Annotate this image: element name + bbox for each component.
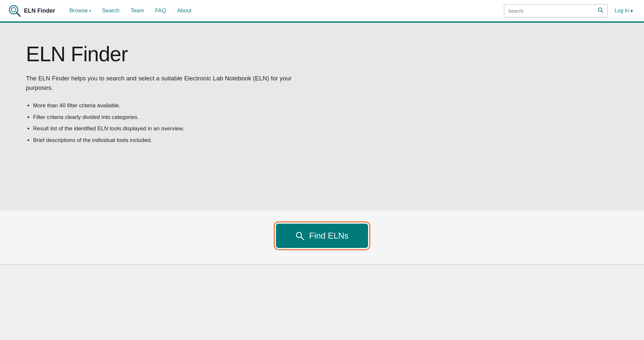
nav-browse[interactable]: Browse ▾: [65, 5, 96, 17]
cta-section: Find ELNs: [0, 211, 644, 264]
nav-about[interactable]: About: [173, 5, 196, 17]
hero-feature-list: More than 40 filter criteria available. …: [26, 101, 618, 144]
nav-team[interactable]: Team: [126, 5, 149, 17]
hero-title: ELN Finder: [26, 42, 618, 66]
nav-links: Browse ▾ Search Team FAQ About: [65, 5, 504, 17]
search-submit-button[interactable]: [594, 5, 607, 17]
svg-line-7: [301, 237, 304, 240]
browse-chevron-icon: ▾: [89, 9, 91, 13]
search-input[interactable]: [504, 6, 594, 16]
list-item: Result list of the identified ELN tools …: [33, 124, 618, 133]
footer-divider: [0, 264, 644, 265]
login-chevron-icon: ▾: [630, 8, 633, 14]
svg-point-3: [11, 8, 13, 9]
navbar-right: Log In ▾: [504, 4, 636, 18]
brand-icon: [8, 4, 21, 18]
list-item: Brief descriptions of the individual too…: [33, 136, 618, 145]
list-item: More than 40 filter criteria available.: [33, 101, 618, 110]
find-elns-button[interactable]: Find ELNs: [276, 224, 368, 248]
navbar: ELN Finder Browse ▾ Search Team FAQ Abou…: [0, 0, 644, 23]
nav-faq[interactable]: FAQ: [150, 5, 171, 17]
hero-subtitle: The ELN Finder helps you to search and s…: [26, 74, 305, 92]
find-elns-search-icon: [295, 231, 304, 240]
svg-line-2: [17, 13, 20, 16]
list-item: Filter criteria clearly divided into cat…: [33, 113, 618, 122]
svg-line-5: [601, 11, 603, 12]
search-box: [504, 4, 608, 18]
nav-search[interactable]: Search: [98, 5, 124, 17]
brand-name: ELN Finder: [24, 7, 55, 14]
hero-section: ELN Finder The ELN Finder helps you to s…: [0, 23, 644, 211]
brand-logo[interactable]: ELN Finder: [8, 4, 55, 18]
search-icon: [598, 7, 603, 13]
login-button[interactable]: Log In ▾: [612, 5, 636, 17]
